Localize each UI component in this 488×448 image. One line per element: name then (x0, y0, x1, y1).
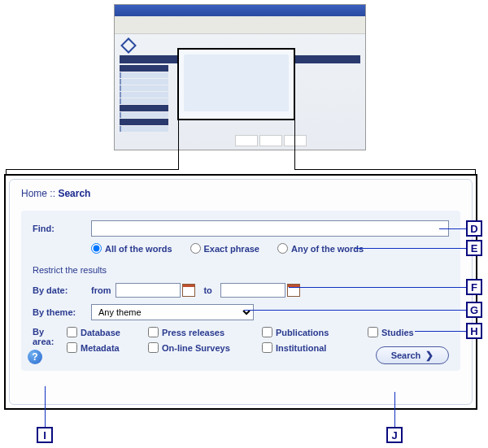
callout-H: H (466, 323, 482, 339)
area-publications[interactable]: Publications (262, 327, 368, 337)
calendar-from-icon[interactable] (182, 284, 195, 297)
match-all[interactable]: All of the words (91, 243, 172, 254)
area-metadata[interactable]: Metadata (67, 342, 148, 353)
bytheme-label: By theme: (33, 307, 91, 317)
match-any[interactable]: Any of the words (277, 243, 364, 254)
bydate-label: By date: (33, 285, 91, 295)
search-button[interactable]: Search ❯ (376, 346, 449, 364)
date-to-input[interactable] (220, 283, 285, 298)
breadcrumb: Home :: Search (21, 188, 460, 199)
breadcrumb-home[interactable]: Home (21, 188, 47, 199)
help-icon[interactable]: ? (28, 350, 42, 364)
find-label: Find: (33, 224, 91, 233)
chevron-right-icon: ❯ (425, 350, 434, 361)
breadcrumb-sep: :: (50, 188, 55, 199)
search-form: Find: All of the words Exact phrase Any … (21, 211, 460, 371)
breadcrumb-current: Search (58, 188, 90, 199)
area-database[interactable]: Database (67, 327, 148, 337)
find-input[interactable] (91, 220, 449, 237)
search-button-label: Search (391, 350, 421, 360)
from-label: from (91, 285, 111, 295)
to-label: to (203, 285, 211, 295)
callout-E: E (466, 240, 482, 256)
area-surveys[interactable]: On-line Surveys (148, 342, 262, 353)
area-institutional[interactable]: Institutional (262, 342, 368, 353)
callout-F: F (466, 279, 482, 295)
match-all-radio[interactable] (91, 243, 102, 254)
match-exact[interactable]: Exact phrase (190, 243, 259, 254)
callout-J: J (386, 427, 403, 443)
search-panel-frame: Home :: Search Find: All of the words Ex… (4, 174, 477, 410)
match-any-radio[interactable] (277, 243, 288, 254)
callout-D: D (466, 220, 482, 237)
theme-select[interactable]: Any theme (91, 304, 254, 320)
match-exact-radio[interactable] (190, 243, 201, 254)
date-from-input[interactable] (115, 283, 181, 298)
callout-I: I (37, 427, 53, 443)
area-press[interactable]: Press releases (148, 327, 262, 337)
byarea-label: By area: (33, 327, 67, 346)
callout-G: G (466, 302, 482, 318)
area-studies[interactable]: Studies (368, 327, 449, 337)
magnify-highlight (177, 48, 295, 120)
search-panel: Home :: Search Find: All of the words Ex… (9, 179, 473, 405)
calendar-to-icon[interactable] (287, 284, 300, 297)
restrict-heading: Restrict the results (33, 265, 449, 275)
